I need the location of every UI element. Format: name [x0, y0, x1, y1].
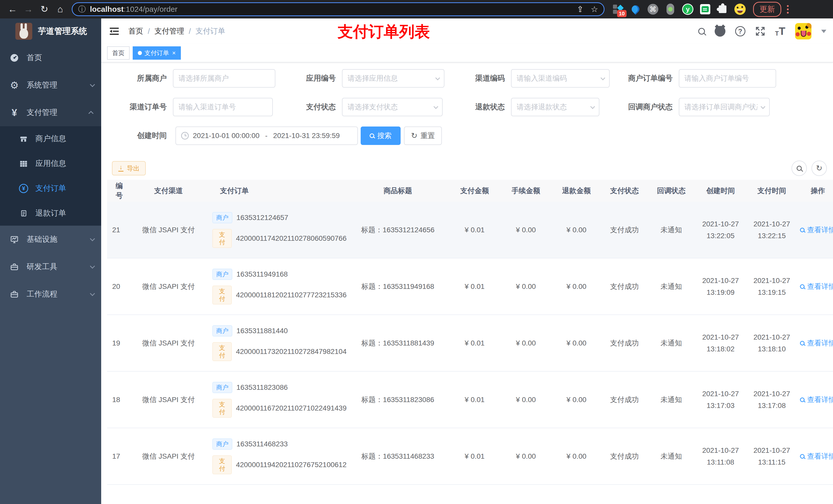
refund-status-select[interactable]: 请选择退款状态 — [511, 98, 599, 116]
magnifier-icon — [800, 454, 805, 459]
app-no-select[interactable]: 请选择应用信息 — [342, 69, 445, 88]
reset-button[interactable]: ↻ 重置 — [404, 126, 442, 145]
view-detail-link[interactable]: 查看详情 — [800, 338, 833, 348]
create-time-range-input[interactable]: 2021-10-01 00:00:00 - 2021-10-31 23:59:5… — [175, 126, 358, 145]
extension-pin-icon[interactable] — [629, 3, 641, 15]
export-button[interactable]: 导出 — [112, 161, 146, 175]
user-avatar[interactable] — [795, 23, 811, 40]
cell-pay-order-no: 商户 1635312124657 支付 42000011742021102780… — [211, 212, 347, 248]
browser-back-icon[interactable]: ← — [5, 3, 21, 16]
bookmark-star-icon[interactable]: ☆ — [591, 4, 598, 14]
sidebar-item-infrastructure[interactable]: 基础设施 — [0, 225, 101, 253]
extension-chat-icon[interactable] — [699, 3, 711, 15]
extension-y-icon[interactable]: y — [682, 3, 694, 15]
cell-order-id: 18 — [107, 396, 126, 404]
fullscreen-icon[interactable] — [755, 26, 765, 37]
avatar-caret-icon[interactable] — [821, 30, 826, 33]
extension-emoji-icon[interactable] — [734, 3, 746, 15]
cell-product-title: 标题：1635312124656 — [347, 225, 449, 235]
help-icon[interactable]: ? — [735, 26, 745, 37]
top-navbar: 首页 / 支付管理 / 支付订单 支付订单列表 ? TT — [101, 19, 833, 44]
channel-order-no-input[interactable] — [173, 98, 273, 116]
share-icon[interactable]: ⇪ — [577, 4, 584, 14]
breadcrumb-home[interactable]: 首页 — [128, 26, 143, 37]
pay-order-icon: ¥ — [19, 184, 29, 193]
sidebar-item-dev-tools[interactable]: 研发工具 — [0, 253, 101, 281]
pay-no-tag: 支付 — [212, 229, 232, 248]
date-end: 2021-10-31 23:59:59 — [273, 131, 340, 140]
sidebar-item-system[interactable]: ⚙ 系统管理 — [0, 71, 101, 99]
view-detail-link[interactable]: 查看详情 — [800, 395, 833, 405]
merchant-input[interactable] — [173, 69, 276, 88]
cell-created-time: 2021-10-2713:22:05 — [695, 220, 746, 240]
cell-pay-channel: 微信 JSAPI 支付 — [126, 395, 211, 405]
font-size-icon[interactable]: TT — [775, 26, 785, 37]
sidebar-toggle-icon[interactable] — [109, 27, 120, 36]
sidebar-item-home[interactable]: 首页 — [0, 44, 101, 71]
browser-home-icon[interactable]: ⌂ — [52, 3, 68, 16]
browser-menu-icon[interactable] — [787, 5, 789, 14]
table-row: 19 微信 JSAPI 支付 商户 1635311881440 支付 42000… — [107, 315, 833, 371]
github-icon[interactable] — [715, 26, 725, 37]
view-detail-link[interactable]: 查看详情 — [800, 452, 833, 461]
site-info-icon[interactable]: ⓘ — [78, 4, 86, 15]
browser-reload-icon[interactable]: ↻ — [37, 3, 52, 16]
cell-fee-amount: ¥ 0.00 — [500, 226, 551, 234]
sidebar-item-workflow[interactable]: 工作流程 — [0, 281, 101, 308]
extension-puzzle-icon[interactable] — [717, 3, 729, 15]
tag-home[interactable]: 首页 — [107, 46, 129, 60]
sidebar-item-refund-order[interactable]: 退款订单 — [0, 201, 101, 225]
tag-pay-order[interactable]: 支付订单 × — [133, 46, 181, 60]
pay-status-select[interactable]: 请选择支付状态 — [342, 98, 443, 116]
cell-action: 查看详情 — [798, 395, 833, 405]
active-dot — [138, 51, 142, 55]
extension-recorder-icon[interactable] — [664, 3, 676, 15]
cell-pay-status: 支付成功 — [601, 225, 647, 235]
cell-pay-order-no: 商户 1635311468233 支付 42000011942021102767… — [211, 438, 347, 474]
chevron-down-icon — [90, 291, 95, 296]
sidebar-item-merchant-info[interactable]: 商户信息 — [0, 126, 101, 151]
magnifier-icon — [800, 341, 805, 345]
browser-chrome: ← → ↻ ⌂ ⓘ localhost:1024/pay/order ⇪ ☆ 1… — [0, 0, 833, 19]
app-no-label: 应用编号 — [270, 73, 342, 83]
cell-order-id: 19 — [107, 339, 126, 347]
channel-code-select[interactable]: 请输入渠道编码 — [511, 69, 610, 88]
cell-pay-order-no: 商户 1635311823086 支付 42000011672021102710… — [211, 382, 347, 418]
search-button[interactable]: 搜索 — [361, 126, 401, 145]
close-icon[interactable]: × — [172, 49, 176, 56]
app-logo-row[interactable]: 芋道管理系统 — [0, 19, 101, 44]
breadcrumb-payment[interactable]: 支付管理 — [154, 26, 184, 37]
cell-refund-amount: ¥ 0.00 — [551, 283, 601, 291]
notify-status-select[interactable]: 请选择订单回调商户状态 — [679, 98, 770, 116]
cell-paid-time: 2021-10-2713:18:10 — [746, 333, 798, 353]
merchant-order-no-input[interactable] — [679, 69, 776, 88]
filter-form: 所属商户 应用编号 请选择应用信息 渠道编码 请输入渠道编码 商户订单编号 — [101, 69, 833, 145]
channel-code-label: 渠道编码 — [439, 73, 511, 83]
cell-action: 查看详情 — [798, 452, 833, 461]
search-icon[interactable] — [698, 28, 705, 34]
view-detail-link[interactable]: 查看详情 — [800, 282, 833, 291]
refresh-table-button[interactable]: ↻ — [811, 161, 827, 176]
cell-refund-amount: ¥ 0.00 — [551, 339, 601, 347]
cell-order-id: 20 — [107, 283, 126, 291]
merchant-no-tag: 商户 — [212, 212, 232, 223]
sidebar-item-payment[interactable]: ¥ 支付管理 — [0, 99, 101, 126]
browser-forward-icon[interactable]: → — [21, 3, 37, 16]
extension-grid-icon[interactable]: 10 — [612, 3, 624, 15]
cell-pay-status: 支付成功 — [601, 282, 647, 291]
cell-fee-amount: ¥ 0.00 — [500, 396, 551, 404]
cell-action: 查看详情 — [798, 338, 833, 348]
pay-status-label: 支付状态 — [270, 102, 342, 112]
show-search-toggle-button[interactable] — [791, 161, 807, 176]
cell-pay-order-no: 商户 1635311949168 支付 42000011812021102777… — [211, 269, 347, 305]
chevron-down-icon — [90, 236, 95, 241]
magnifier-icon — [800, 398, 805, 402]
browser-update-button[interactable]: 更新 — [753, 2, 781, 17]
view-detail-link[interactable]: 查看详情 — [800, 225, 833, 235]
extension-command-icon[interactable]: ⌘ — [647, 3, 659, 15]
browser-address-bar[interactable]: ⓘ localhost:1024/pay/order ⇪ ☆ — [72, 2, 604, 16]
cell-pay-amount: ¥ 0.01 — [449, 452, 500, 460]
sidebar-item-app-info[interactable]: 应用信息 — [0, 151, 101, 176]
cell-paid-time: 2021-10-2713:11:15 — [746, 447, 798, 466]
sidebar-item-pay-order[interactable]: ¥ 支付订单 — [0, 176, 101, 201]
